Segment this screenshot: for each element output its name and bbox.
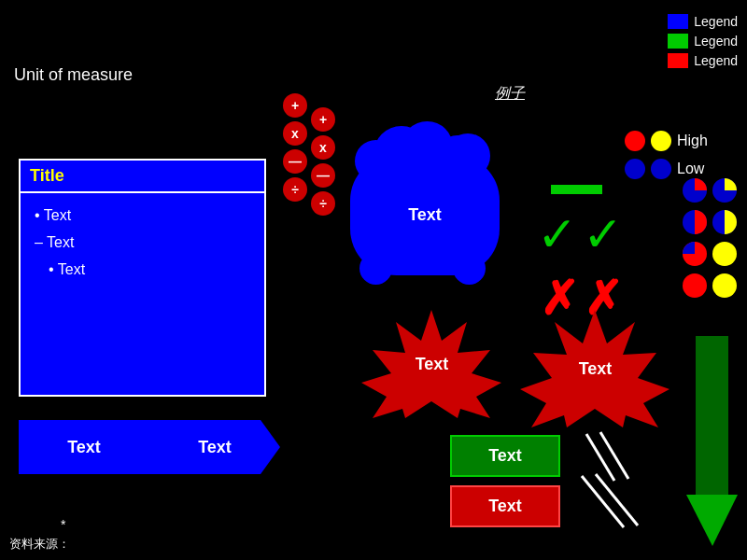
svg-point-14 [683,273,707,298]
starburst-1: Text [359,308,504,420]
cloud-bump-3 [445,133,490,178]
operators-column-2: + x — ÷ [311,107,335,216]
svg-point-13 [712,242,737,266]
cloud-text: Text [408,205,442,225]
pie-1 [682,177,708,203]
starburst-2: Text [518,308,672,429]
op-minus-1[interactable]: — [283,149,307,174]
pie-8 [712,273,738,299]
unit-of-measure-label: Unit of measure [14,65,133,85]
legend-box-green [668,34,688,49]
svg-point-15 [712,273,737,298]
op-divide-2[interactable]: ÷ [311,191,335,216]
arrow-row: Text Text [19,420,280,474]
asterisk: * [61,517,65,532]
pie-6 [712,241,738,267]
high-label: High [677,133,705,149]
check-marks: ✓ ✓ [537,210,624,259]
cloud-bump-5 [453,252,486,285]
svg-rect-6 [696,336,728,495]
legend-item-2: Legend [668,34,738,49]
legend-item-1: Legend [668,14,738,29]
text-box-red: Text [450,485,560,527]
title-box-title: Title [30,166,64,185]
text-box-green-label: Text [488,446,522,466]
title-box-header: Title [21,161,264,193]
arrow-box-left: Text [19,420,149,474]
arrow-box-right: Text [149,420,280,474]
slash-lines [577,425,661,532]
legend-box-blue [668,14,688,29]
starburst-1-text: Text [416,355,449,374]
legend-box-red [668,53,688,68]
high-low-container: High Low [625,131,705,179]
cloud-shape: Text [350,154,500,275]
pie-row-2 [682,209,738,235]
low-blue-circle-2 [651,159,671,179]
svg-marker-7 [686,495,738,546]
legend-container: Legend Legend Legend [668,14,738,68]
green-dash [551,185,602,194]
arrow-right-text: Text [198,438,232,457]
pie-3 [682,209,708,235]
bullet-2: – Text [35,230,250,257]
pie-row-4 [682,273,738,299]
low-label: Low [677,161,705,177]
high-yellow-circle [651,131,671,151]
legend-item-3: Legend [668,53,738,68]
svg-line-3 [600,432,628,479]
pie-row-3 [682,241,738,267]
reizi-label: 例子 [495,84,525,104]
title-box: Title • Text – Text • Text [19,159,266,397]
low-blue-circle [625,159,645,179]
pie-7 [682,273,708,299]
text-box-red-label: Text [488,497,522,516]
high-red-circle [625,131,645,151]
pie-5 [682,241,708,267]
op-plus-2[interactable]: + [311,107,335,132]
high-row: High [625,131,705,151]
operators-column-1: + x — ÷ [283,93,307,202]
text-box-green: Text [450,435,560,477]
pie-row-1 [682,177,738,203]
green-arrow-right [686,336,742,551]
pie-2 [712,177,738,203]
svg-line-2 [586,434,614,481]
op-divide-1[interactable]: ÷ [283,177,307,202]
pie-4 [712,209,738,235]
check-mark-2: ✓ [583,210,624,259]
starburst-2-text: Text [579,359,613,379]
title-box-content: • Text – Text • Text [21,193,264,292]
legend-label-3: Legend [694,53,738,68]
bullet-3: • Text [49,257,250,284]
low-row: Low [625,159,705,179]
green-arrow-svg [686,336,742,551]
slash-lines-svg [577,425,661,532]
arrow-left-text: Text [67,438,101,457]
op-x-2[interactable]: x [311,135,335,160]
legend-label-2: Legend [694,34,738,49]
bullet-1: • Text [35,203,250,230]
op-minus-2[interactable]: — [311,163,335,188]
check-mark-1: ✓ [537,210,578,259]
cloud-bump-2 [402,121,453,173]
pie-chart-rows [682,177,738,299]
source-label: 资料来源： [9,536,70,553]
legend-label-1: Legend [694,14,738,29]
cloud-bump-1 [355,140,397,182]
cloud-body: Text [350,154,500,275]
op-x-1[interactable]: x [283,121,307,146]
cloud-bump-4 [359,252,392,285]
op-plus-1[interactable]: + [283,93,307,118]
